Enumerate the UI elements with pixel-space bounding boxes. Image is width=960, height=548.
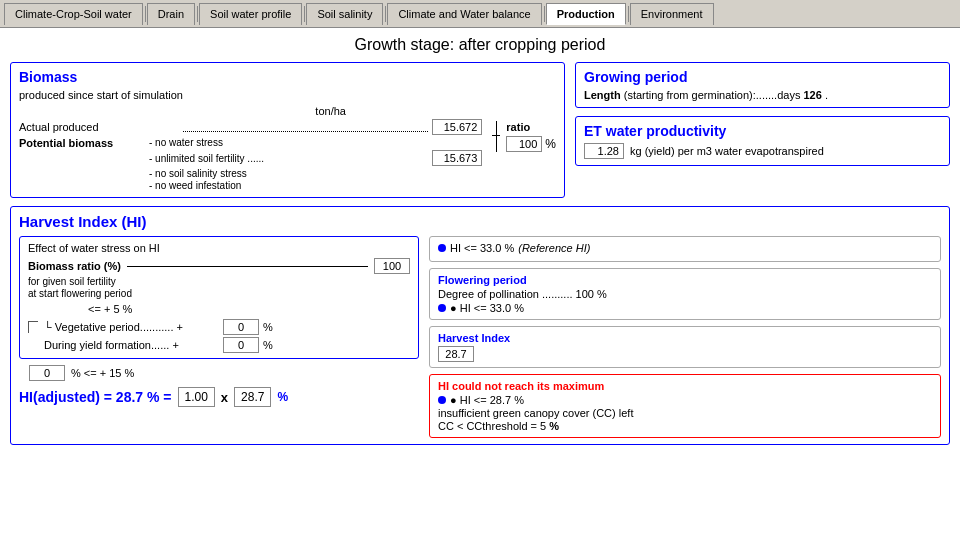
adj-x: x — [221, 390, 228, 405]
main-content: Growth stage: after cropping period Biom… — [0, 28, 960, 548]
growing-period-end: . — [825, 89, 828, 101]
veg-period-label: └ Vegetative period........... + — [44, 321, 219, 333]
tab-environment[interactable]: Environment — [630, 3, 714, 25]
ratio-value: 100 — [506, 136, 542, 152]
pollination-unit: % — [597, 288, 607, 300]
dot-blue-flowering — [438, 304, 446, 312]
ratio-unit: % — [545, 137, 556, 151]
harvest-index-box: Harvest Index 28.7 — [429, 326, 941, 368]
flowering-hi-label: ● HI <= 33.0 % — [450, 302, 524, 314]
et-panel: ET water productivity 1.28 kg (yield) pe… — [575, 116, 950, 166]
hi-section-row: Effect of water stress on HI Biomass rat… — [19, 236, 941, 438]
adj-unit: % — [277, 390, 288, 404]
tab-production[interactable]: Production — [546, 3, 626, 25]
warning-text: HI could not reach its maximum — [438, 380, 932, 392]
hi-adjusted-label: HI(adjusted) = 28.7 % = — [19, 389, 172, 405]
yield-formation-unit: % — [263, 339, 273, 351]
combined-suffix: % <= + 15 % — [71, 367, 134, 379]
et-unit-label: kg (yield) per m3 water evapotranspired — [630, 145, 824, 157]
biomass-ratio-value: 100 — [374, 258, 410, 274]
potential-biomass-section: Potential biomass - no water stress - un… — [19, 137, 482, 191]
hi-ref-suffix: (Reference HI) — [518, 242, 590, 254]
biomass-title: Biomass — [19, 69, 556, 85]
biomass-ratio-label: Biomass ratio (%) — [28, 260, 121, 272]
biomass-section: Biomass produced since start of simulati… — [10, 62, 565, 206]
growing-period-title: Growing period — [584, 69, 941, 85]
hi-ref-box: HI <= 33.0 % (Reference HI) — [429, 236, 941, 262]
actual-value-box: 15.672 — [432, 119, 482, 135]
condition-4: - no weed infestation — [149, 180, 482, 191]
potential-label: Potential biomass — [19, 137, 149, 149]
tab-bar: Climate-Crop-Soil water Drain Soil water… — [0, 0, 960, 28]
flowering-box: Flowering period Degree of pollination .… — [429, 268, 941, 320]
right-top-section: Growing period Length (starting from ger… — [575, 62, 950, 206]
actual-produced-label: Actual produced — [19, 121, 179, 133]
veg-period-unit: % — [263, 321, 273, 333]
condition-1: - no water stress — [149, 137, 482, 148]
warning-hi-label: ● HI <= 28.7 % — [450, 394, 524, 406]
dot-blue-ref — [438, 244, 446, 252]
pollination-value: 100 — [576, 288, 594, 300]
actual-dots — [183, 122, 428, 132]
combined-value: 0 — [29, 365, 65, 381]
et-value: 1.28 — [584, 143, 624, 159]
actual-produced-row: Actual produced 15.672 — [19, 119, 482, 135]
veg-period-value: 0 — [223, 319, 259, 335]
growing-period-text: Length (starting from germination):.....… — [584, 89, 941, 101]
biomass-ratio-sub2: at start flowering period — [28, 288, 410, 299]
condition-3: - no soil salinity stress — [149, 168, 482, 179]
yield-formation-label: During yield formation...... + — [44, 339, 219, 351]
ratio-label: ratio — [506, 121, 556, 133]
tab-soil-salinity[interactable]: Soil salinity — [306, 3, 383, 25]
water-stress-title: Effect of water stress on HI — [28, 242, 410, 254]
warning-line3: CC < CCthreshold = 5 % — [438, 420, 932, 432]
warning-unit: % — [549, 420, 559, 432]
tab-climate-water-balance[interactable]: Climate and Water balance — [387, 3, 541, 25]
biomass-ratio-sub1: for given soil fertility — [28, 276, 410, 287]
hi-ref-label: HI <= 33.0 % — [450, 242, 514, 254]
tab-climate-crop-soil-water[interactable]: Climate-Crop-Soil water — [4, 3, 143, 25]
harvest-index-display-value: 28.7 — [438, 346, 474, 362]
pollination-label: Degree of pollination .......... — [438, 288, 573, 300]
growing-period-label: Length — [584, 89, 621, 101]
condition-2: - unlimited soil fertility ...... — [149, 153, 428, 164]
warning-line2: insufficient green canopy cover (CC) lef… — [438, 407, 932, 419]
yield-formation-value: 0 — [223, 337, 259, 353]
harvest-index-box-title: Harvest Index — [438, 332, 932, 344]
arrow-label: <= + 5 % — [88, 303, 132, 315]
tab-drain[interactable]: Drain — [147, 3, 195, 25]
et-title: ET water productivity — [584, 123, 941, 139]
biomass-panel: Biomass produced since start of simulati… — [10, 62, 565, 198]
dot-blue-warning — [438, 396, 446, 404]
growing-period-days: 126 — [803, 89, 821, 101]
adj-val1: 1.00 — [178, 387, 215, 407]
growing-period-suffix: (starting from germination):.......days — [624, 89, 801, 101]
tab-soil-water-profile[interactable]: Soil water profile — [199, 3, 302, 25]
potential-value-box: 15.673 — [432, 150, 482, 166]
hi-title: Harvest Index (HI) — [19, 213, 941, 230]
growing-period-panel: Growing period Length (starting from ger… — [575, 62, 950, 108]
flowering-title: Flowering period — [438, 274, 932, 286]
warning-box: HI could not reach its maximum ● HI <= 2… — [429, 374, 941, 438]
ton-ha-label: ton/ha — [179, 105, 482, 117]
ratio-section: ratio 100 % — [492, 121, 556, 152]
page-title: Growth stage: after cropping period — [10, 36, 950, 54]
harvest-index-panel: Harvest Index (HI) Effect of water stres… — [10, 206, 950, 445]
hi-right-section: HI <= 33.0 % (Reference HI) Flowering pe… — [429, 236, 941, 438]
water-stress-box: Effect of water stress on HI Biomass rat… — [19, 236, 419, 359]
top-row: Biomass produced since start of simulati… — [10, 62, 950, 206]
et-row: 1.28 kg (yield) per m3 water evapotransp… — [584, 143, 941, 159]
hi-ref-row: HI <= 33.0 % (Reference HI) — [438, 242, 932, 254]
adj-val2: 28.7 — [234, 387, 271, 407]
biomass-subtitle: produced since start of simulation — [19, 89, 556, 101]
hi-left-section: Effect of water stress on HI Biomass rat… — [19, 236, 419, 438]
